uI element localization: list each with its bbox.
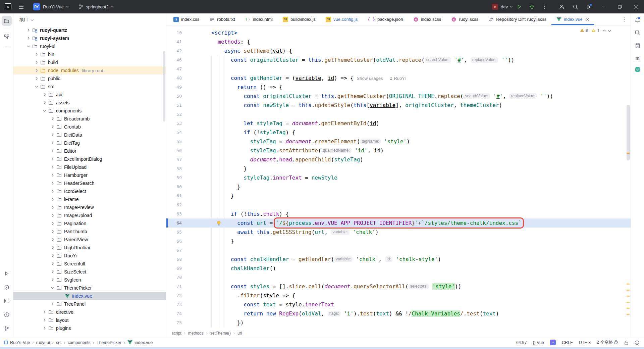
tree-item-righttoolbar[interactable]: RightToolbar	[13, 244, 166, 252]
breadcrumb-item-settheme[interactable]: setTheme()	[210, 331, 231, 336]
tree-item-svgicon[interactable]: SvgIcon	[13, 276, 166, 284]
status-path-ruoyi-vue[interactable]: RuoYi-Vue	[10, 340, 30, 345]
notifications-bell-icon[interactable]	[634, 17, 641, 24]
project-name[interactable]: RuoYi-Vue	[43, 4, 64, 9]
code-line-48[interactable]: 48 const getHandler = (variable, id) => …	[166, 73, 631, 83]
code-line-68[interactable]: 68 const chalkHandler = getHandler(varia…	[166, 255, 631, 264]
code-line-65[interactable]: 65 await this.getCSSString(url, variable…	[166, 228, 631, 237]
code-line-53[interactable]: 53 let styleTag = document.getElementByI…	[166, 119, 631, 128]
project-chevron-down-icon[interactable]	[65, 5, 69, 8]
caret-position[interactable]: 64:97	[516, 340, 527, 345]
settings-gear-icon[interactable]	[582, 0, 596, 13]
code-line-42[interactable]: 42 async setTheme(val) {	[166, 46, 631, 55]
structure-tool-window-icon[interactable]	[2, 32, 12, 42]
more-actions-icon[interactable]: ⋮	[538, 0, 551, 13]
tab-robots-txt[interactable]: robots.txt	[204, 13, 240, 25]
version-control-tool-window-icon[interactable]	[4, 326, 9, 332]
tree-expander-icon[interactable]	[34, 83, 40, 91]
code-line-47[interactable]: 47	[166, 64, 631, 73]
vcs-branch-widget[interactable]: springboot2	[77, 4, 114, 9]
readonly-lock-icon[interactable]	[624, 340, 629, 345]
next-problem-chevron-down-icon[interactable]	[608, 29, 611, 33]
tab-index-html[interactable]: index.html	[240, 13, 278, 25]
tree-item-build[interactable]: build	[13, 58, 166, 66]
tree-expander-icon[interactable]	[50, 252, 56, 260]
tree-item-panthumb[interactable]: PanThumb	[13, 228, 166, 236]
code-line-55[interactable]: 55 styleTag = document.createElement(tag…	[166, 137, 631, 146]
tree-expander-icon[interactable]	[50, 244, 56, 252]
code-line-60[interactable]: 60 }	[166, 182, 631, 191]
tree-item-src[interactable]: src	[13, 83, 166, 91]
tree-expander-icon[interactable]	[42, 91, 48, 99]
tree-expander-icon[interactable]	[50, 276, 56, 284]
tree-expander-icon[interactable]	[42, 308, 48, 316]
tree-expander-icon[interactable]	[42, 107, 48, 115]
code-line-67[interactable]: 67	[166, 246, 631, 255]
code-line-71[interactable]: 71 const styles = [].slice.call(document…	[166, 282, 631, 291]
tree-expander-icon[interactable]	[50, 260, 56, 268]
code-line-41[interactable]: 41 methods: {	[166, 37, 631, 46]
code-editor[interactable]: 10<script>41 methods: {42 async setTheme…	[166, 26, 631, 329]
inspections-widget[interactable]: 6 1	[578, 28, 613, 34]
code-line-46[interactable]: 46 const originalCluster = this.getTheme…	[166, 55, 631, 64]
tree-item-hamburger[interactable]: Hamburger	[13, 171, 166, 179]
tree-item-parentview[interactable]: ParentView	[13, 236, 166, 244]
maven-icon[interactable]: m	[635, 55, 639, 61]
more-tool-windows-icon[interactable]: ⋯	[4, 44, 9, 49]
code-line-50[interactable]: 50 const originalCluster = this.getTheme…	[166, 92, 631, 101]
tree-expander-icon[interactable]	[50, 147, 56, 155]
line-separator-indicator[interactable]: CRLF	[562, 340, 573, 345]
tree-expander-icon[interactable]	[50, 123, 56, 131]
tab-index-vue[interactable]: index.vue	[551, 13, 594, 25]
tree-item-treepanel[interactable]: TreePanel	[13, 300, 166, 308]
tree-expander-icon[interactable]	[25, 26, 32, 34]
debug-button[interactable]	[526, 0, 538, 13]
tree-expander-icon[interactable]	[50, 300, 56, 308]
code-line-51[interactable]: 51 const newStyle = this.updateStyle(thi…	[166, 101, 631, 110]
status-path-src[interactable]: src	[56, 340, 62, 345]
encoding-indicator[interactable]: UTF-8	[579, 340, 591, 345]
breadcrumb-item-methods[interactable]: methods	[188, 331, 204, 336]
tree-item-bin[interactable]: bin	[13, 50, 166, 58]
tab-ruoyi-scss[interactable]: Sruoyi.scss	[446, 13, 483, 25]
tab-repository-diff-ruoyi-scss[interactable]: Repository Diff: ruoyi.scss	[483, 13, 551, 25]
main-menu-icon[interactable]	[15, 0, 28, 13]
tree-expander-icon[interactable]	[50, 203, 56, 211]
tree-scrollbar[interactable]	[163, 51, 165, 121]
previous-problem-chevron-up-icon[interactable]	[603, 29, 606, 33]
database-icon[interactable]	[635, 43, 641, 50]
code-line-56[interactable]: 56 styleTag.setAttribute(qualifiedName: …	[166, 146, 631, 155]
tree-item-ruoyi-system[interactable]: ruoyi-system	[13, 34, 166, 42]
code-line-70[interactable]: 70	[166, 273, 631, 282]
tab-close-icon[interactable]	[586, 18, 589, 21]
tab-list-more-icon[interactable]: ⋮	[622, 13, 627, 26]
tree-expander-icon[interactable]	[50, 211, 56, 219]
tree-expander-icon[interactable]	[50, 139, 56, 147]
code-line-52[interactable]: 52	[166, 110, 631, 119]
breadcrumb-item-url[interactable]: url	[237, 331, 242, 336]
tree-expander-icon[interactable]	[25, 34, 32, 42]
tree-expander-icon[interactable]	[34, 74, 40, 83]
status-path-components[interactable]: components	[68, 340, 91, 345]
terminal-tool-window-icon[interactable]	[4, 298, 9, 305]
run-tool-window-icon[interactable]	[4, 271, 9, 277]
code-line-63[interactable]: 63 if (!this.chalk) {	[166, 209, 631, 218]
code-line-59[interactable]: 59 styleTag.innerText = newStyle	[166, 173, 631, 182]
tree-expander-icon[interactable]	[34, 66, 40, 74]
tree-item-node-modules[interactable]: node_moduleslibrary root	[13, 66, 166, 74]
tree-item-headersearch[interactable]: HeaderSearch	[13, 179, 166, 187]
tab-package-json[interactable]: { }package.json	[363, 13, 408, 25]
tree-item-imagepreview[interactable]: ImagePreview	[13, 203, 166, 211]
problems-tool-window-icon[interactable]	[4, 312, 9, 318]
tree-expander-icon[interactable]	[34, 50, 40, 58]
tree-item-sizeselect[interactable]: SizeSelect	[13, 268, 166, 276]
tree-item-pagination[interactable]: Pagination	[13, 219, 166, 228]
tree-item-ruoyi[interactable]: RuoYi	[13, 252, 166, 260]
tree-item-iconselect[interactable]: IconSelect	[13, 187, 166, 195]
status-path-index-vue[interactable]: index.vue	[135, 340, 153, 345]
plugin-icon[interactable]	[635, 66, 641, 73]
inspections-status-icon[interactable]	[635, 340, 639, 345]
tree-item-ruoyi-quartz[interactable]: ruoyi-quartz	[13, 26, 166, 34]
tree-item-editor[interactable]: Editor	[13, 147, 166, 155]
code-line-72[interactable]: 72 .filter(style => {	[166, 291, 631, 300]
